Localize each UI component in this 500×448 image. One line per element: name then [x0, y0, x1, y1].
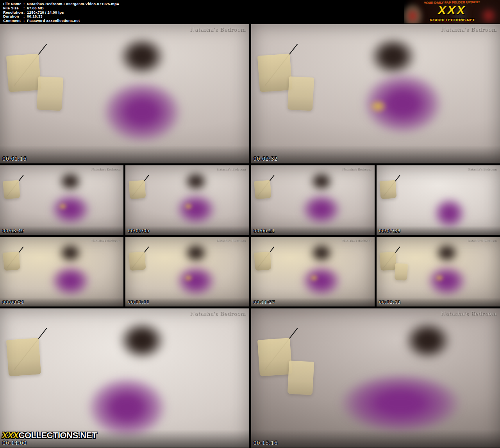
- studio-watermark: Natasha's Bedroom: [342, 167, 371, 171]
- studio-watermark: Natasha's Bedroom: [468, 239, 496, 242]
- studio-watermark: Natasha's Bedroom: [441, 26, 497, 32]
- timestamp-label: 00:12:43: [379, 299, 401, 305]
- video-thumbnail-1: Natasha's Bedroom 00:01:16: [0, 24, 249, 163]
- metadata-separator: :: [23, 6, 27, 11]
- dress-blob: [421, 261, 473, 301]
- thumbnail-placeholder: [377, 165, 500, 235]
- video-thumbnail-4: Natasha's Bedroom 00:05:05: [125, 165, 249, 235]
- video-thumbnail-6: Natasha's Bedroom 00:07:38: [377, 165, 500, 235]
- metadata-label: File Size: [3, 6, 23, 11]
- studio-watermark: Natasha's Bedroom: [216, 239, 245, 242]
- timestamp-label: 00:08:54: [2, 299, 24, 305]
- timestamp-label: 00:02:32: [254, 156, 278, 162]
- video-thumbnail-10: Natasha's Bedroom 00:12:43: [377, 237, 500, 306]
- comment-value: Password xxxcollections.net: [27, 19, 80, 23]
- lamp-shape: [380, 252, 397, 271]
- timestamp-label: 00:11:27: [254, 299, 275, 305]
- lamp-shape: [6, 338, 41, 376]
- thumbnail-placeholder: [0, 308, 249, 448]
- timestamp-label: 00:06:21: [254, 228, 275, 233]
- banana-blob: [433, 273, 446, 283]
- video-thumbnail-8: Natasha's Bedroom 00:10:11: [125, 237, 249, 306]
- xxx-promo-banner: YOUR DAILY FAP FOLDER UPDATE! XXX XXXCOL…: [404, 0, 500, 23]
- thumbnail-placeholder: [0, 165, 123, 235]
- metadata-separator: :: [23, 19, 27, 23]
- studio-watermark: Natasha's Bedroom: [441, 310, 497, 317]
- thumbnail-placeholder: [251, 24, 500, 163]
- file-size-value: 67.66 MB: [27, 6, 44, 11]
- timestamp-label: 00:01:16: [2, 156, 27, 162]
- studio-watermark: Natasha's Bedroom: [91, 167, 120, 171]
- video-thumbnail-5: Natasha's Bedroom 00:06:21: [251, 165, 375, 235]
- dress-blob: [295, 189, 347, 229]
- lamp-shape: [254, 180, 271, 199]
- banana-blob: [366, 97, 391, 116]
- hair-blob: [110, 314, 175, 367]
- file-metadata-block: File Name : Natashas-Bedroom-Losergasm-V…: [3, 2, 119, 23]
- lamp-shape: [288, 361, 314, 396]
- timestamp-label: 00:10:11: [128, 299, 150, 305]
- lamp-shape: [6, 54, 41, 92]
- thumbnail-placeholder: [251, 237, 375, 306]
- metadata-row-resolution: Resolution : 1280x720 / 24.00 fps: [3, 11, 119, 15]
- couch-shadow: [251, 145, 500, 163]
- thumbnail-grid: Natasha's Bedroom 00:01:16 Natasha's Bed…: [0, 24, 500, 448]
- dress-blob: [45, 261, 96, 301]
- studio-watermark: Natasha's Bedroom: [190, 310, 246, 317]
- banner-site-url: XXXCOLLECTIONS.NET: [404, 18, 500, 22]
- couch-shadow: [251, 430, 500, 448]
- studio-watermark: Natasha's Bedroom: [342, 239, 371, 242]
- timestamp-label: 00:03:49: [2, 228, 24, 233]
- lamp-shape: [395, 263, 408, 280]
- lamp-shape: [257, 54, 292, 92]
- thumbnail-placeholder: [377, 237, 500, 306]
- lamp-shape: [254, 252, 271, 271]
- xxxcollections-logo: XXXCOLLECTIONS.NET: [2, 430, 97, 441]
- studio-watermark: Natasha's Bedroom: [190, 26, 246, 32]
- lamp-shape: [3, 180, 20, 199]
- thumbnail-placeholder: [0, 24, 249, 163]
- studio-watermark: Natasha's Bedroom: [468, 167, 496, 171]
- lamp-shape: [129, 252, 146, 271]
- thumbnail-placeholder: [125, 165, 249, 235]
- dress-blob: [295, 261, 347, 301]
- timestamp-label: 00:15:16: [254, 440, 278, 446]
- lamp-shape: [257, 338, 292, 376]
- timestamp-label: 00:05:05: [128, 228, 150, 233]
- video-thumbnail-9: Natasha's Bedroom 00:11:27: [251, 237, 375, 306]
- couch-shadow: [0, 145, 249, 163]
- video-thumbnail-12: Natasha's Bedroom 00:15:16: [251, 308, 500, 448]
- metadata-row-file-size: File Size : 67.66 MB: [3, 6, 119, 11]
- dress-blob: [170, 189, 222, 229]
- dress-blob: [170, 261, 222, 301]
- metadata-row-file-name: File Name : Natashas-Bedroom-Losergasm-V…: [3, 2, 119, 6]
- metadata-label: Comment: [3, 19, 23, 23]
- lamp-shape: [36, 77, 63, 111]
- lamp-shape: [3, 252, 20, 271]
- studio-watermark: Natasha's Bedroom: [216, 167, 245, 171]
- metadata-row-comment: Comment : Password xxxcollections.net: [3, 19, 119, 23]
- studio-watermark: Natasha's Bedroom: [91, 239, 120, 242]
- banana-blob: [308, 273, 320, 283]
- video-thumbnail-11: Natasha's Bedroom XXXCOLLECTIONS.NET 00:…: [0, 308, 249, 448]
- lamp-shape: [129, 180, 146, 199]
- lamp-shape: [288, 77, 314, 111]
- thumbnail-placeholder: [251, 165, 375, 235]
- thumbnail-placeholder: [251, 308, 500, 448]
- lamp-shape: [380, 180, 397, 199]
- xxxcollections-logo-text: COLLECTIONS.NET: [19, 430, 97, 440]
- timestamp-label: 00:07:38: [379, 228, 401, 233]
- banner-xxx-logo: XXX: [404, 4, 500, 17]
- timestamp-label: 00:14:00: [2, 440, 27, 446]
- hair-blob: [395, 314, 460, 367]
- thumbnail-placeholder: [125, 237, 249, 306]
- video-thumbnail-7: Natasha's Bedroom 00:08:54: [0, 237, 123, 306]
- xxxcollections-logo-xxx: XXX: [2, 430, 19, 440]
- dress-blob: [90, 72, 195, 152]
- video-thumbnail-3: Natasha's Bedroom 00:03:49: [0, 165, 123, 235]
- video-thumbnail-2: Natasha's Bedroom 00:02:32: [251, 24, 500, 163]
- thumbnail-placeholder: [0, 237, 123, 306]
- metadata-header: File Name : Natashas-Bedroom-Losergasm-V…: [0, 0, 500, 23]
- dress-blob: [45, 189, 96, 229]
